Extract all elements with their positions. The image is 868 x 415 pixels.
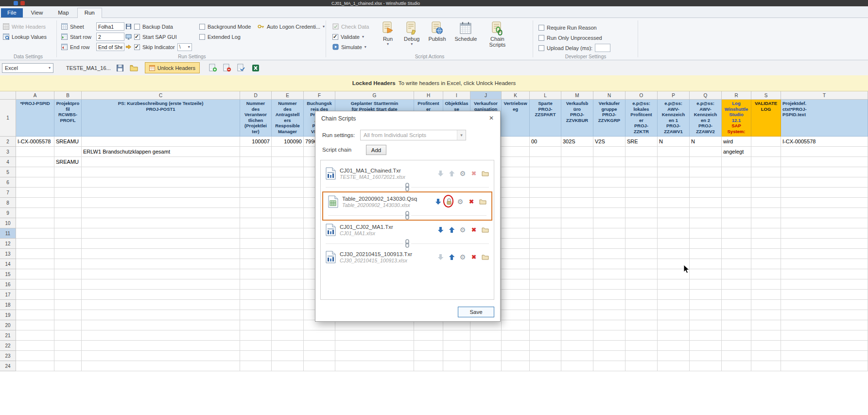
cell-P11[interactable] bbox=[658, 228, 690, 239]
cell-L19[interactable] bbox=[530, 310, 561, 320]
cell-P14[interactable] bbox=[658, 259, 690, 269]
cell-E7[interactable] bbox=[272, 188, 304, 198]
cell-L3[interactable] bbox=[530, 147, 561, 157]
cell-R11[interactable] bbox=[722, 228, 751, 239]
skip-indicator-dropdown[interactable]: \ ▾ bbox=[177, 43, 192, 51]
cell-E24[interactable] bbox=[272, 361, 304, 371]
cell-B22[interactable] bbox=[54, 341, 82, 351]
cell-C3[interactable]: ERLW1 Brandschutzklappen gesamt bbox=[82, 147, 240, 157]
col-letter-J[interactable]: J bbox=[470, 91, 502, 100]
cell-T17[interactable] bbox=[781, 290, 868, 300]
cell-T11[interactable] bbox=[781, 228, 868, 239]
cell-M20[interactable] bbox=[561, 320, 593, 330]
row-number-18[interactable]: 18 bbox=[0, 300, 16, 310]
cell-E8[interactable] bbox=[272, 198, 304, 208]
open-folder-icon[interactable] bbox=[129, 63, 139, 73]
folder-icon[interactable] bbox=[481, 253, 489, 261]
cell-L18[interactable] bbox=[530, 300, 561, 310]
row-number-17[interactable]: 17 bbox=[0, 290, 16, 300]
cell-K22[interactable] bbox=[502, 341, 530, 351]
cell-O23[interactable] bbox=[625, 351, 658, 361]
cell-A17[interactable] bbox=[16, 290, 54, 300]
move-down-icon[interactable] bbox=[434, 198, 442, 206]
col-letter-Q[interactable]: Q bbox=[690, 91, 722, 100]
lock-icon[interactable] bbox=[445, 198, 453, 206]
cell-K18[interactable] bbox=[502, 300, 530, 310]
cell-A24[interactable] bbox=[16, 361, 54, 371]
cell-E5[interactable] bbox=[272, 167, 304, 177]
cell-L24[interactable] bbox=[530, 361, 561, 371]
cell-D12[interactable] bbox=[240, 239, 272, 249]
cell-E6[interactable] bbox=[272, 177, 304, 188]
cell-D7[interactable] bbox=[240, 188, 272, 198]
cell-E13[interactable] bbox=[272, 249, 304, 259]
cell-S11[interactable] bbox=[751, 228, 781, 239]
gear-icon[interactable]: ⚙ bbox=[459, 226, 467, 234]
cell-O3[interactable] bbox=[625, 147, 658, 157]
cell-D20[interactable] bbox=[240, 320, 272, 330]
cell-E3[interactable] bbox=[272, 147, 304, 157]
cell-D6[interactable] bbox=[240, 177, 272, 188]
cell-A15[interactable] bbox=[16, 269, 54, 279]
add-script-button[interactable]: Add bbox=[366, 145, 386, 155]
cell-A20[interactable] bbox=[16, 320, 54, 330]
cell-K11[interactable] bbox=[502, 228, 530, 239]
cell-T22[interactable] bbox=[781, 341, 868, 351]
cell-R20[interactable] bbox=[722, 320, 751, 330]
cell-N13[interactable] bbox=[593, 249, 625, 259]
cell-P24[interactable] bbox=[658, 361, 690, 371]
cell-L15[interactable] bbox=[530, 269, 561, 279]
cell-N20[interactable] bbox=[593, 320, 625, 330]
cell-S21[interactable] bbox=[751, 330, 781, 341]
cell-T12[interactable] bbox=[781, 239, 868, 249]
validate-sheet-icon[interactable] bbox=[237, 63, 246, 73]
cell-O18[interactable] bbox=[625, 300, 658, 310]
cell-P9[interactable] bbox=[658, 208, 690, 218]
lookup-values-button[interactable]: Lookup Values bbox=[3, 32, 47, 42]
background-mode-option[interactable]: Background Mode bbox=[199, 21, 251, 32]
cell-C17[interactable] bbox=[82, 290, 240, 300]
cell-Q7[interactable] bbox=[690, 188, 722, 198]
start-sap-gui-option[interactable]: Start SAP GUI bbox=[125, 32, 192, 42]
col-letter-T[interactable]: T bbox=[781, 91, 868, 100]
cell-N24[interactable] bbox=[593, 361, 625, 371]
delete-icon[interactable]: ✖ bbox=[468, 198, 475, 206]
cell-T23[interactable] bbox=[781, 351, 868, 361]
cell-C18[interactable] bbox=[82, 300, 240, 310]
cell-R19[interactable] bbox=[722, 310, 751, 320]
row-number-21[interactable]: 21 bbox=[0, 330, 16, 341]
cell-D19[interactable] bbox=[240, 310, 272, 320]
require-run-reason-checkbox[interactable] bbox=[538, 25, 544, 31]
cell-L6[interactable] bbox=[530, 177, 561, 188]
cell-M24[interactable] bbox=[561, 361, 593, 371]
cell-R15[interactable] bbox=[722, 269, 751, 279]
cell-L14[interactable] bbox=[530, 259, 561, 269]
delete-icon[interactable]: ✖ bbox=[470, 226, 478, 234]
cell-P2[interactable]: N bbox=[658, 137, 690, 147]
cell-A5[interactable] bbox=[16, 167, 54, 177]
cell-M9[interactable] bbox=[561, 208, 593, 218]
cell-M19[interactable] bbox=[561, 310, 593, 320]
cell-T5[interactable] bbox=[781, 167, 868, 177]
cell-A21[interactable] bbox=[16, 330, 54, 341]
cell-Q12[interactable] bbox=[690, 239, 722, 249]
cell-A9[interactable] bbox=[16, 208, 54, 218]
header-cell-E[interactable]: Nummer des Antragstell ers Resposible Ma… bbox=[272, 100, 304, 137]
cell-L5[interactable] bbox=[530, 167, 561, 177]
cell-N14[interactable] bbox=[593, 259, 625, 269]
cell-C19[interactable] bbox=[82, 310, 240, 320]
cell-P10[interactable] bbox=[658, 218, 690, 228]
cell-O7[interactable] bbox=[625, 188, 658, 198]
cell-S4[interactable] bbox=[751, 157, 781, 167]
cell-J20[interactable] bbox=[470, 320, 502, 330]
header-cell-S[interactable]: VALIDATE LOG bbox=[751, 100, 781, 137]
cell-Q4[interactable] bbox=[690, 157, 722, 167]
cell-A8[interactable] bbox=[16, 198, 54, 208]
cell-C14[interactable] bbox=[82, 259, 240, 269]
cell-C23[interactable] bbox=[82, 351, 240, 361]
cell-D11[interactable] bbox=[240, 228, 272, 239]
sheet-input[interactable] bbox=[96, 22, 124, 31]
cell-E19[interactable] bbox=[272, 310, 304, 320]
script-chain-item[interactable]: CJ30_20210415_100913.Txr CJ30_20210415_1… bbox=[321, 248, 494, 266]
cell-B10[interactable] bbox=[54, 218, 82, 228]
